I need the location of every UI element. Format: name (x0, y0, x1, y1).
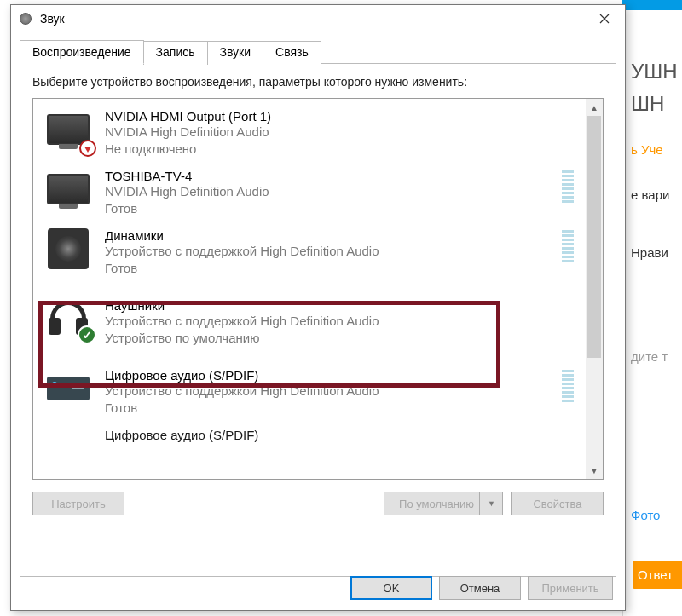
bg-heading-1: УШН (631, 60, 682, 83)
background-page: УШН ШН ь Уче е вари Нрави дите т Фото От… (622, 0, 682, 616)
bg-text-1: ь Уче (631, 142, 682, 157)
tab-area: Воспроизведение Запись Звуки Связь Выбер… (11, 32, 625, 577)
headphones-default-icon: ✓ (43, 296, 93, 341)
scroll-track[interactable] (586, 116, 603, 462)
device-list-inner: NVIDIA HDMI Output (Port 1) NVIDIA High … (33, 99, 586, 479)
tab-sounds[interactable]: Звуки (207, 41, 264, 65)
ok-button[interactable]: OK (350, 576, 432, 600)
device-status: Готов (105, 400, 548, 417)
device-row[interactable]: Цифровое аудио (S/PDIF) Устройство с под… (40, 361, 579, 421)
device-name: NVIDIA HDMI Output (Port 1) (105, 109, 575, 124)
sound-dialog: Звук Воспроизведение Запись Звуки Связь … (10, 4, 626, 611)
dialog-title: Звук (40, 12, 584, 26)
bg-text-3: Нрави (631, 245, 682, 260)
level-meter (560, 366, 575, 402)
scroll-up-arrow[interactable]: ▲ (586, 99, 603, 116)
bg-text-4: дите т (631, 349, 682, 364)
sound-icon (18, 11, 33, 26)
device-row[interactable]: ✓ Наушники Устройство с поддержкой High … (40, 281, 579, 361)
bg-photo-link[interactable]: Фото (631, 508, 682, 522)
device-list: NVIDIA HDMI Output (Port 1) NVIDIA High … (32, 98, 604, 480)
spdif-icon (43, 366, 93, 411)
bg-text-2: е вари (631, 187, 682, 202)
device-status: Не подключено (105, 141, 575, 158)
cancel-button[interactable]: Отмена (439, 576, 521, 600)
level-meter (560, 227, 575, 262)
device-row[interactable]: Цифровое аудио (S/PDIF) (40, 421, 579, 475)
device-driver: NVIDIA High Definition Audio (105, 183, 548, 200)
monitor-disconnected-icon (43, 107, 93, 152)
bg-heading-2: ШН (631, 92, 682, 116)
instruction-text: Выберите устройство воспроизведения, пар… (32, 74, 604, 89)
tab-strip: Воспроизведение Запись Звуки Связь (20, 39, 616, 64)
device-name: Цифровое аудио (S/PDIF) (105, 428, 575, 442)
device-icon (43, 426, 93, 470)
device-driver: Устройство с поддержкой High Definition … (105, 313, 575, 330)
properties-button[interactable]: Свойства (512, 492, 604, 515)
device-status: Готов (105, 200, 548, 217)
tab-communications[interactable]: Связь (263, 41, 321, 65)
device-name: Цифровое аудио (S/PDIF) (105, 368, 548, 383)
dialog-button-row: OK Отмена Применить (350, 567, 613, 600)
chevron-down-icon: ▼ (488, 499, 495, 508)
device-action-row: Настроить По умолчанию ▼ Свойства (32, 492, 604, 515)
device-row[interactable]: NVIDIA HDMI Output (Port 1) NVIDIA High … (40, 102, 579, 162)
tab-recording[interactable]: Запись (143, 41, 208, 65)
configure-button[interactable]: Настроить (32, 492, 124, 515)
level-meter (560, 167, 575, 203)
device-status: Устройство по умолчанию (105, 330, 575, 347)
set-default-label: По умолчанию (399, 498, 474, 510)
device-driver: Устройство с поддержкой High Definition … (105, 243, 548, 260)
speaker-icon (43, 227, 93, 271)
set-default-button[interactable]: По умолчанию ▼ (384, 492, 503, 515)
close-button[interactable] (584, 5, 625, 32)
monitor-icon (43, 167, 93, 211)
device-driver: Устройство с поддержкой High Definition … (105, 383, 548, 400)
device-driver: NVIDIA High Definition Audio (105, 124, 575, 141)
bg-answer-button[interactable]: Ответ (633, 561, 682, 589)
device-name: Динамики (105, 228, 548, 243)
scrollbar[interactable]: ▲ ▼ (586, 99, 603, 479)
tab-playback[interactable]: Воспроизведение (20, 40, 144, 64)
device-row[interactable]: Динамики Устройство с поддержкой High De… (40, 222, 579, 281)
device-name: TOSHIBA-TV-4 (105, 169, 548, 183)
scroll-down-arrow[interactable]: ▼ (586, 462, 603, 479)
titlebar: Звук (11, 5, 625, 32)
device-status: Готов (105, 260, 548, 277)
apply-button[interactable]: Применить (528, 576, 613, 600)
scroll-thumb[interactable] (587, 116, 601, 358)
tab-content: Выберите устройство воспроизведения, пар… (20, 64, 616, 577)
device-name: Наушники (105, 298, 575, 313)
background-top-bar (622, 0, 682, 10)
device-row[interactable]: TOSHIBA-TV-4 NVIDIA High Definition Audi… (40, 162, 579, 222)
